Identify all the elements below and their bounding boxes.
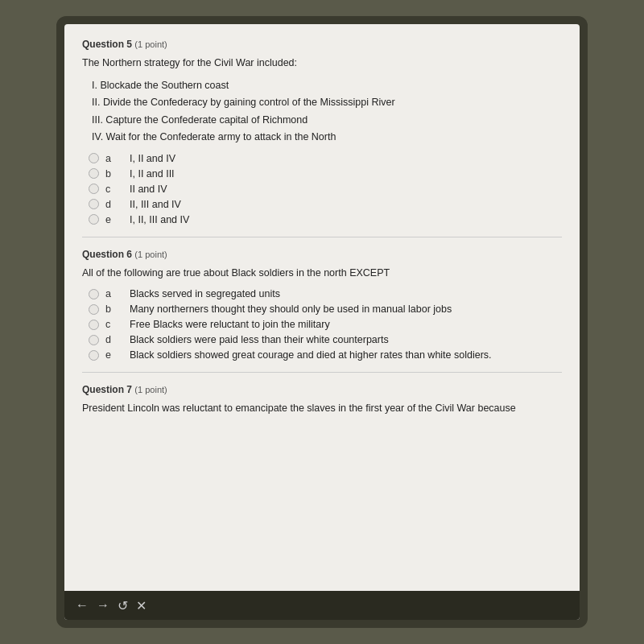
- question-6-answers: a Blacks served in segregated units b Ma…: [89, 288, 562, 361]
- divider-2: [82, 372, 562, 373]
- answer-text-d: Black soldiers were paid less than their…: [130, 334, 389, 345]
- question-7-text: President Lincoln was reluctant to emanc…: [82, 402, 562, 416]
- answer-text-b: Many northerners thought they should onl…: [130, 303, 452, 315]
- answer-row[interactable]: a I, II and IV: [89, 153, 562, 164]
- question-6-header: Question 6 (1 point): [82, 249, 562, 260]
- answer-row[interactable]: a Blacks served in segregated units: [89, 288, 562, 299]
- answer-row[interactable]: b I, II and III: [89, 168, 562, 180]
- question-5-text: The Northern strategy for the Civil War …: [82, 56, 562, 71]
- radio-a[interactable]: [89, 153, 99, 163]
- bottom-bar: ← → ↺ ✕: [64, 591, 580, 620]
- answer-label-b: b: [105, 303, 117, 315]
- answer-label-d: d: [105, 199, 117, 210]
- answer-text-c: Free Blacks were reluctant to join the m…: [130, 319, 330, 330]
- question-5-block: Question 5 (1 point) The Northern strate…: [82, 39, 562, 225]
- question-5-header: Question 5 (1 point): [82, 39, 562, 50]
- question-7-header: Question 7 (1 point): [82, 384, 562, 395]
- question-7-points: (1 point): [134, 385, 167, 394]
- question-6-points: (1 point): [134, 250, 167, 259]
- answer-text-a: Blacks served in segregated units: [130, 288, 280, 299]
- radio-d[interactable]: [89, 199, 99, 209]
- content-area: Question 5 (1 point) The Northern strate…: [64, 24, 580, 591]
- answer-label-d: d: [105, 334, 117, 345]
- answer-text-e: Black soldiers showed great courage and …: [130, 349, 492, 361]
- radio-c[interactable]: [89, 184, 99, 194]
- answer-label-e: e: [105, 349, 117, 361]
- answer-row[interactable]: b Many northerners thought they should o…: [89, 303, 562, 315]
- screen: Question 5 (1 point) The Northern strate…: [64, 24, 580, 620]
- answer-row[interactable]: c Free Blacks were reluctant to join the…: [89, 319, 562, 330]
- divider-1: [82, 237, 562, 237]
- question-5-options: I. Blockade the Southern coast II. Divid…: [92, 79, 562, 145]
- radio-e[interactable]: [89, 350, 99, 361]
- option-item: IV. Wait for the Confederate army to att…: [92, 130, 562, 145]
- question-6-block: Question 6 (1 point) All of the followin…: [82, 249, 562, 361]
- radio-d[interactable]: [89, 335, 99, 345]
- answer-text-b: I, II and III: [130, 168, 175, 180]
- radio-a[interactable]: [89, 289, 99, 299]
- option-item: I. Blockade the Southern coast: [92, 79, 562, 93]
- answer-label-a: a: [105, 153, 117, 164]
- question-5-points: (1 point): [134, 39, 167, 49]
- answer-text-a: I, II and IV: [130, 153, 175, 164]
- close-button[interactable]: ✕: [136, 598, 147, 613]
- answer-row[interactable]: d II, III and IV: [89, 199, 562, 210]
- answer-label-c: c: [105, 184, 117, 195]
- answer-row[interactable]: e I, II, III and IV: [89, 214, 562, 225]
- question-6-number: Question 6: [82, 249, 132, 260]
- answer-row[interactable]: d Black soldiers were paid less than the…: [89, 334, 562, 345]
- question-7-number: Question 7: [82, 384, 132, 395]
- option-item: III. Capture the Confederate capital of …: [92, 114, 562, 128]
- question-5-answers: a I, II and IV b I, II and III c II and …: [89, 153, 562, 225]
- answer-label-e: e: [105, 214, 117, 225]
- question-7-block: Question 7 (1 point) President Lincoln w…: [82, 384, 562, 416]
- answer-text-d: II, III and IV: [130, 199, 181, 210]
- answer-label-a: a: [105, 288, 117, 299]
- answer-row[interactable]: c II and IV: [89, 184, 562, 195]
- radio-e[interactable]: [89, 214, 99, 225]
- back-button[interactable]: ←: [76, 598, 89, 613]
- question-6-text: All of the following are true about Blac…: [82, 266, 562, 281]
- answer-text-c: II and IV: [130, 184, 167, 195]
- answer-label-c: c: [105, 319, 117, 330]
- question-5-number: Question 5: [82, 39, 132, 50]
- forward-button[interactable]: →: [97, 598, 109, 613]
- radio-c[interactable]: [89, 320, 99, 330]
- answer-label-b: b: [105, 168, 117, 180]
- tablet-frame: Question 5 (1 point) The Northern strate…: [56, 16, 588, 628]
- answer-text-e: I, II, III and IV: [130, 214, 189, 225]
- refresh-button[interactable]: ↺: [118, 598, 128, 613]
- radio-b[interactable]: [89, 168, 99, 179]
- radio-b[interactable]: [89, 304, 99, 315]
- answer-row[interactable]: e Black soldiers showed great courage an…: [89, 349, 562, 361]
- option-item: II. Divide the Confederacy by gaining co…: [92, 96, 562, 110]
